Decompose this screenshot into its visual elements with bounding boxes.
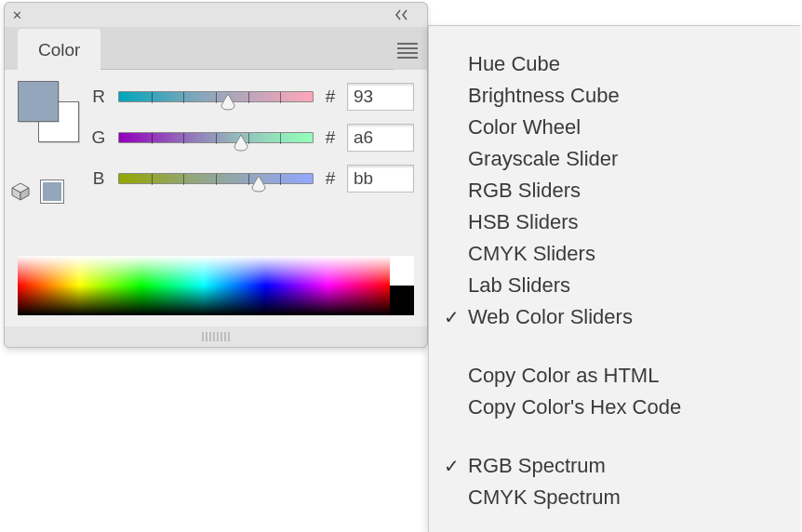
check-icon: ✓: [444, 455, 468, 477]
menu-item[interactable]: ✓RGB Spectrum: [429, 450, 800, 482]
slider-track-g[interactable]: [118, 127, 314, 148]
menu-item-label: CMYK Spectrum: [468, 485, 621, 510]
slider-row-b: B: [88, 165, 414, 193]
black-swatch[interactable]: [390, 286, 414, 315]
hex-input-r[interactable]: [347, 83, 414, 111]
menu-item-label: Web Color Sliders: [468, 305, 633, 329]
menu-item[interactable]: HSB Sliders: [429, 206, 800, 238]
hex-input-b[interactable]: [347, 165, 414, 193]
hash-r: #: [323, 86, 338, 107]
menu-item-label: Color Wheel: [468, 115, 581, 140]
cube-icon[interactable]: [10, 181, 31, 202]
menu-item[interactable]: Hue Cube: [429, 48, 800, 80]
panel-flyout-menu: Hue CubeBrightness CubeColor WheelGraysc…: [428, 25, 800, 532]
rgb-sliders: R: [88, 83, 414, 193]
slider-label-g: G: [88, 127, 109, 148]
menu-item-label: RGB Spectrum: [468, 454, 606, 478]
menu-item[interactable]: ✓Web Color Sliders: [429, 301, 800, 333]
menu-item-label: RGB Sliders: [468, 179, 581, 203]
slider-thumb-g[interactable]: [233, 135, 249, 152]
menu-item-label: CMYK Sliders: [468, 242, 595, 266]
slider-track-b[interactable]: [118, 168, 314, 189]
menu-item[interactable]: Grayscale Slider: [429, 143, 800, 175]
bw-column[interactable]: [390, 256, 414, 315]
menu-item-label: Brightness Cube: [468, 84, 620, 108]
tab-color[interactable]: Color: [18, 29, 100, 71]
menu-item[interactable]: Copy Color's Hex Code: [429, 392, 800, 423]
slider-track-r[interactable]: [118, 86, 314, 107]
collapse-icon[interactable]: [395, 9, 420, 20]
menu-item-label: Hue Cube: [468, 52, 560, 76]
fg-bg-swatches[interactable]: [18, 81, 83, 146]
current-color-chip[interactable]: [40, 180, 64, 204]
panel-menu-icon[interactable]: [394, 39, 421, 62]
menu-item[interactable]: Copy Color as HTML: [429, 360, 800, 392]
menu-item[interactable]: RGB Sliders: [429, 175, 800, 206]
menu-item[interactable]: Brightness Cube: [429, 80, 800, 112]
menu-item-label: Lab Sliders: [468, 273, 570, 298]
slider-thumb-r[interactable]: [220, 94, 236, 111]
panel-resize-grip[interactable]: [5, 326, 427, 347]
hex-input-g[interactable]: [347, 124, 414, 152]
panel-body: R: [5, 70, 427, 326]
rgb-spectrum[interactable]: [18, 256, 390, 315]
white-swatch[interactable]: [390, 256, 414, 286]
menu-group-copy: Copy Color as HTMLCopy Color's Hex Code: [429, 360, 800, 423]
menu-item-label: Copy Color's Hex Code: [468, 395, 681, 419]
hash-b: #: [323, 168, 338, 189]
hash-g: #: [323, 127, 338, 148]
slider-label-b: B: [88, 168, 109, 189]
menu-item-label: Copy Color as HTML: [468, 364, 659, 388]
foreground-swatch[interactable]: [18, 81, 59, 122]
slider-row-r: R: [88, 83, 414, 111]
spectrum-strip[interactable]: [18, 256, 414, 315]
menu-separator: [429, 436, 800, 437]
menu-item[interactable]: Lab Sliders: [429, 270, 800, 301]
menu-separator: [429, 346, 800, 347]
tab-bar: Color: [5, 27, 427, 70]
menu-group-modes: Hue CubeBrightness CubeColor WheelGraysc…: [429, 48, 800, 333]
panel-titlebar[interactable]: ✕: [5, 3, 427, 27]
menu-item-label: Grayscale Slider: [468, 147, 618, 171]
slider-thumb-b[interactable]: [250, 176, 267, 193]
menu-item-label: HSB Sliders: [468, 210, 579, 234]
menu-item[interactable]: CMYK Spectrum: [429, 482, 800, 513]
check-icon: ✓: [444, 306, 468, 328]
close-icon[interactable]: ✕: [12, 8, 22, 22]
menu-item[interactable]: Color Wheel: [429, 112, 800, 143]
slider-label-r: R: [88, 86, 109, 107]
menu-group-spectrum: ✓RGB SpectrumCMYK Spectrum: [429, 450, 800, 513]
color-panel: ✕ Color R: [4, 2, 428, 348]
menu-item[interactable]: CMYK Sliders: [429, 238, 800, 270]
slider-row-g: G: [88, 124, 414, 152]
